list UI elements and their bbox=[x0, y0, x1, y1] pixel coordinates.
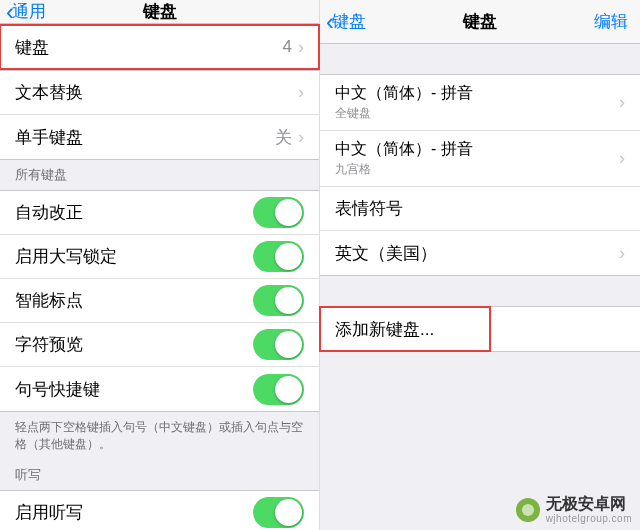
toggle-auto-correct[interactable] bbox=[253, 197, 304, 228]
caps-lock-label: 启用大写锁定 bbox=[15, 245, 253, 268]
spacer bbox=[320, 44, 640, 74]
row-keyboards[interactable]: 键盘 4 › bbox=[0, 25, 319, 69]
page-title: 键盘 bbox=[463, 10, 497, 33]
back-label: 通用 bbox=[12, 0, 46, 23]
chevron-right-icon: › bbox=[619, 148, 625, 169]
chevron-right-icon: › bbox=[298, 37, 304, 58]
auto-correct-label: 自动改正 bbox=[15, 201, 253, 224]
row-smart-punctuation: 智能标点 bbox=[0, 279, 319, 323]
group-all-keyboards: 自动改正 启用大写锁定 智能标点 字符预览 句号快捷键 bbox=[0, 190, 319, 412]
kb-label: 英文（美国） bbox=[335, 242, 619, 265]
keyboards-count: 4 bbox=[283, 37, 292, 57]
stack: 中文（简体）- 拼音 全键盘 bbox=[335, 75, 619, 130]
chevron-right-icon: › bbox=[298, 127, 304, 148]
row-caps-lock: 启用大写锁定 bbox=[0, 235, 319, 279]
page-title: 键盘 bbox=[143, 0, 177, 23]
row-keyboard-chinese-pinyin-nine[interactable]: 中文（简体）- 拼音 九宫格 › bbox=[320, 131, 640, 187]
toggle-smart-punctuation[interactable] bbox=[253, 285, 304, 316]
section-dictation: 听写 bbox=[0, 460, 319, 490]
group-keyboards: 键盘 4 › bbox=[0, 24, 319, 70]
spacer bbox=[320, 276, 640, 306]
toggle-enable-dictation[interactable] bbox=[253, 497, 304, 528]
chevron-right-icon: › bbox=[619, 92, 625, 113]
screen-keyboard-list: ‹ 键盘 键盘 编辑 中文（简体）- 拼音 全键盘 › 中文（简体）- 拼音 九… bbox=[320, 0, 640, 530]
group-add-keyboard: 添加新键盘... bbox=[320, 306, 640, 352]
period-shortcut-label: 句号快捷键 bbox=[15, 378, 253, 401]
group-text-options: 文本替换 › 单手键盘 关 › bbox=[0, 70, 319, 160]
watermark-text: 无极安卓网 wjhotelgroup.com bbox=[546, 495, 632, 524]
row-keyboard-chinese-pinyin-full[interactable]: 中文（简体）- 拼音 全键盘 › bbox=[320, 75, 640, 131]
row-keyboard-english-us[interactable]: 英文（美国） › bbox=[320, 231, 640, 275]
kb-label: 中文（简体）- 拼音 bbox=[335, 139, 619, 160]
stack: 中文（简体）- 拼音 九宫格 bbox=[335, 131, 619, 186]
row-auto-correct: 自动改正 bbox=[0, 191, 319, 235]
kb-label: 表情符号 bbox=[335, 197, 625, 220]
row-period-shortcut: 句号快捷键 bbox=[0, 367, 319, 411]
enable-dictation-label: 启用听写 bbox=[15, 501, 253, 524]
row-add-new-keyboard[interactable]: 添加新键盘... bbox=[320, 307, 490, 351]
group-active-keyboards: 中文（简体）- 拼音 全键盘 › 中文（简体）- 拼音 九宫格 › 表情符号 英… bbox=[320, 74, 640, 276]
row-character-preview: 字符预览 bbox=[0, 323, 319, 367]
watermark-line2: wjhotelgroup.com bbox=[546, 513, 632, 524]
chevron-right-icon: › bbox=[298, 82, 304, 103]
add-new-label: 添加新键盘... bbox=[335, 318, 475, 341]
char-preview-label: 字符预览 bbox=[15, 333, 253, 356]
row-one-handed-keyboard[interactable]: 单手键盘 关 › bbox=[0, 115, 319, 159]
footer-note: 轻点两下空格键插入句号（中文键盘）或插入句点与空格（其他键盘）。 bbox=[0, 412, 319, 460]
one-handed-value: 关 bbox=[275, 126, 292, 149]
watermark-line1: 无极安卓网 bbox=[546, 495, 632, 513]
section-all-keyboards: 所有键盘 bbox=[0, 160, 319, 190]
kb-sublabel: 全键盘 bbox=[335, 105, 619, 122]
toggle-caps-lock[interactable] bbox=[253, 241, 304, 272]
navbar-left: ‹ 通用 键盘 bbox=[0, 0, 319, 24]
chevron-right-icon: › bbox=[619, 243, 625, 264]
watermark: 无极安卓网 wjhotelgroup.com bbox=[516, 495, 632, 524]
kb-sublabel: 九宫格 bbox=[335, 161, 619, 178]
toggle-character-preview[interactable] bbox=[253, 329, 304, 360]
group-dictation: 启用听写 bbox=[0, 490, 319, 530]
back-button-general[interactable]: ‹ 通用 bbox=[6, 0, 46, 24]
screen-keyboard-settings: ‹ 通用 键盘 键盘 4 › 文本替换 › 单手键盘 关 › bbox=[0, 0, 320, 530]
navbar-right: ‹ 键盘 键盘 编辑 bbox=[320, 0, 640, 44]
one-handed-label: 单手键盘 bbox=[15, 126, 275, 149]
row-text-replacement[interactable]: 文本替换 › bbox=[0, 71, 319, 115]
toggle-period-shortcut[interactable] bbox=[253, 374, 304, 405]
text-replacement-label: 文本替换 bbox=[15, 81, 298, 104]
back-label: 键盘 bbox=[332, 10, 366, 33]
row-enable-dictation: 启用听写 bbox=[0, 491, 319, 530]
row-keyboard-emoji[interactable]: 表情符号 bbox=[320, 187, 640, 231]
keyboards-label: 键盘 bbox=[15, 36, 283, 59]
kb-label: 中文（简体）- 拼音 bbox=[335, 83, 619, 104]
back-button-keyboard[interactable]: ‹ 键盘 bbox=[326, 10, 366, 34]
smart-punct-label: 智能标点 bbox=[15, 289, 253, 312]
watermark-icon bbox=[516, 498, 540, 522]
edit-button[interactable]: 编辑 bbox=[594, 10, 628, 33]
